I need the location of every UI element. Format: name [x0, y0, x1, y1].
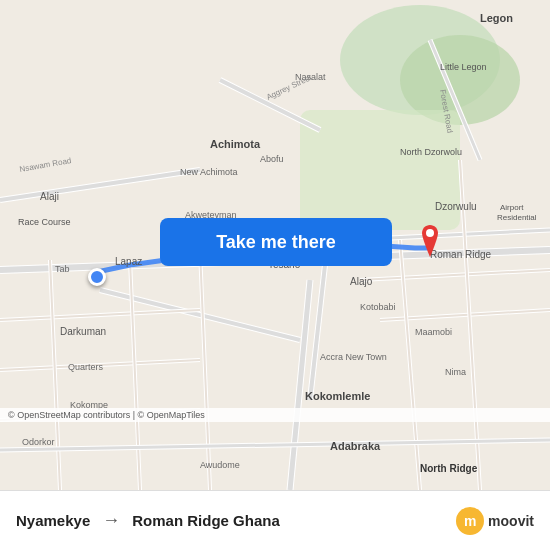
moovit-logo-text: moovit [488, 513, 534, 529]
svg-text:Little Legon: Little Legon [440, 62, 487, 72]
svg-text:North Dzorwolu: North Dzorwolu [400, 147, 462, 157]
svg-text:Maamobi: Maamobi [415, 327, 452, 337]
bottom-bar: Nyamekye → Roman Ridge Ghana m moovit [0, 490, 550, 550]
svg-text:Quarters: Quarters [68, 362, 104, 372]
map-container: Achimota New Achimota Lapaz Alaji Race C… [0, 0, 550, 490]
take-me-there-button[interactable]: Take me there [160, 218, 392, 266]
origin-marker [88, 268, 106, 286]
svg-text:Alaji: Alaji [40, 191, 59, 202]
svg-point-74 [426, 229, 434, 237]
svg-text:Kokomlemle: Kokomlemle [305, 390, 370, 402]
svg-text:Accra New Town: Accra New Town [320, 352, 387, 362]
svg-text:Nima: Nima [445, 367, 466, 377]
direction-arrow: → [102, 510, 120, 531]
svg-text:Residential: Residential [497, 213, 537, 222]
svg-text:Alajo: Alajo [350, 276, 373, 287]
svg-text:Abofu: Abofu [260, 154, 284, 164]
svg-text:New Achimota: New Achimota [180, 167, 238, 177]
svg-rect-3 [300, 110, 460, 230]
svg-text:Race Course: Race Course [18, 217, 71, 227]
svg-text:Odorkor: Odorkor [22, 437, 55, 447]
svg-text:Adabraka: Adabraka [330, 440, 381, 452]
svg-text:Achimota: Achimota [210, 138, 261, 150]
svg-text:Awudome: Awudome [200, 460, 240, 470]
map-attribution: © OpenStreetMap contributors | © OpenMap… [0, 408, 550, 422]
destination-label: Roman Ridge Ghana [132, 512, 280, 529]
svg-text:Dzorwulu: Dzorwulu [435, 201, 477, 212]
svg-text:Darkuman: Darkuman [60, 326, 106, 337]
svg-text:Airport: Airport [500, 203, 524, 212]
destination-marker [418, 225, 442, 257]
origin-label: Nyamekye [16, 512, 90, 529]
svg-text:Lapaz: Lapaz [115, 256, 142, 267]
north-ridge-label: North Ridge [420, 463, 477, 474]
svg-text:Tab: Tab [55, 264, 70, 274]
moovit-logo-icon: m [456, 507, 484, 535]
svg-text:Kotobabi: Kotobabi [360, 302, 396, 312]
moovit-logo: m moovit [456, 507, 534, 535]
svg-text:Legon: Legon [480, 12, 513, 24]
